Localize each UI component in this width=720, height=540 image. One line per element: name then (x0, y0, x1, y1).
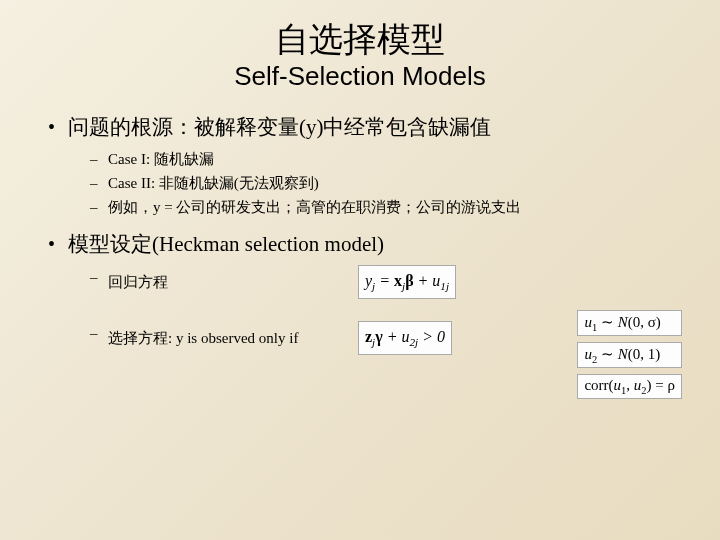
title-chinese: 自选择模型 (40, 20, 680, 61)
bullet-1-sublist: Case I: 随机缺漏 Case II: 非随机缺漏(无法观察到) 例如，y … (68, 147, 680, 219)
bullet-2-text: 模型设定(Heckman selection model) (68, 232, 384, 256)
equation-selection: zjγ + u2j > 0 (358, 321, 452, 355)
title-english: Self-Selection Models (40, 61, 680, 92)
sub-1b: Case II: 非随机缺漏(无法观察到) (68, 171, 680, 195)
dist-u1: u1 ∼ N(0, σ) (577, 310, 682, 336)
sub-2a-label: 回归方程 (108, 270, 328, 294)
sub-2b-label: 选择方程: y is observed only if (108, 326, 328, 350)
distribution-box: u1 ∼ N(0, σ) u2 ∼ N(0, 1) corr(u1, u2) =… (577, 310, 682, 405)
sub-1a: Case I: 随机缺漏 (68, 147, 680, 171)
dist-u2: u2 ∼ N(0, 1) (577, 342, 682, 368)
sub-2a: 回归方程 yj = xjβ + u1j (68, 265, 680, 299)
dist-corr: corr(u1, u2) = ρ (577, 374, 682, 399)
bullet-1: 问题的根源：被解释变量(y)中经常包含缺漏值 Case I: 随机缺漏 Case… (40, 112, 680, 220)
equation-regression: yj = xjβ + u1j (358, 265, 456, 299)
slide: 自选择模型 Self-Selection Models 问题的根源：被解释变量(… (0, 0, 720, 540)
bullet-1-text: 问题的根源：被解释变量(y)中经常包含缺漏值 (68, 115, 492, 139)
sub-1c: 例如，y = 公司的研发支出；高管的在职消费；公司的游说支出 (68, 195, 680, 219)
title-block: 自选择模型 Self-Selection Models (40, 20, 680, 92)
